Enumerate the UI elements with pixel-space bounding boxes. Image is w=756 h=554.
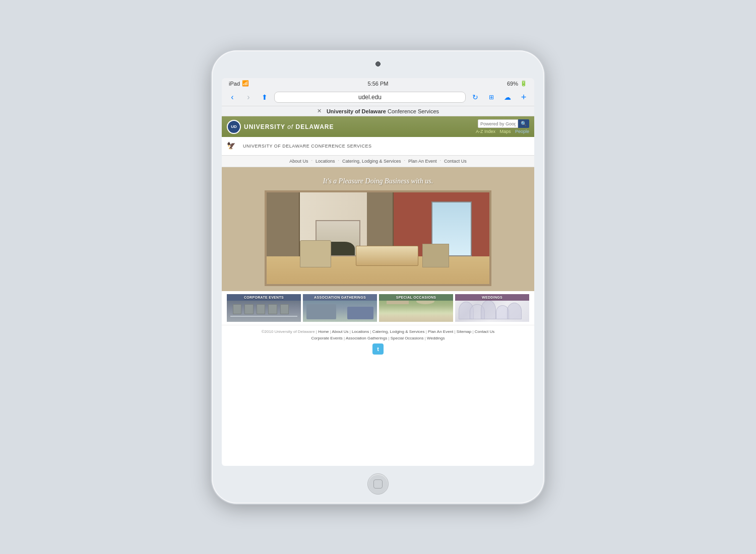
ud-header: UD UNIVERSITY of DELAWARE 🔍 A-Z Index Ma… [222, 116, 534, 137]
nav-plan-event[interactable]: Plan An Event [405, 158, 440, 165]
association-label: ASSOCIATION GATHERINGS [303, 294, 377, 301]
cloud-button[interactable]: ☁ [501, 91, 514, 104]
new-tab-button[interactable]: + [517, 91, 530, 104]
nav-contact[interactable]: Contact Us [441, 158, 470, 165]
footer-catering[interactable]: Catering, Lodging & Services [372, 329, 425, 334]
footer-weddings[interactable]: Weddings [427, 336, 445, 340]
footer-sitemap[interactable]: Sitemap [457, 329, 471, 334]
search-input[interactable] [478, 119, 518, 128]
back-button[interactable]: ‹ [226, 91, 239, 104]
url-bar[interactable]: udel.edu [274, 92, 466, 103]
weddings-tile[interactable]: WEDDINGS [455, 294, 529, 322]
ud-search-area: 🔍 A-Z Index Maps People [473, 119, 529, 134]
browser-nav-bar: ‹ › ⬆ udel.edu ↻ ⊞ ☁ + [222, 89, 534, 106]
site-footer: ©2010 University of Delaware | Home | Ab… [222, 325, 534, 359]
category-grid: CORPORATE EVENTS ASSOCIATION GATHERINGS [222, 291, 534, 325]
home-button[interactable] [367, 473, 389, 495]
hero-tagline: It's a Pleasure Doing Business with us. [227, 177, 529, 185]
wifi-icon: 📶 [242, 80, 249, 87]
reader-button[interactable]: ⊞ [485, 91, 498, 104]
footer-home[interactable]: Home [318, 329, 329, 334]
ud-header-links: A-Z Index Maps People [473, 129, 529, 134]
browser-chrome: iPad 📶 5:56 PM 69% 🔋 ‹ › ⬆ udel.edu ↻ ⊞ … [222, 78, 534, 116]
camera-dot [375, 61, 381, 66]
corporate-events-tile[interactable]: CORPORATE EVENTS [227, 294, 301, 322]
nav-catering[interactable]: Catering, Lodging & Services [339, 158, 404, 165]
search-button[interactable]: 🔍 [518, 119, 529, 128]
ud-logo: UD UNIVERSITY of DELAWARE [227, 120, 334, 134]
footer-sub-links: Corporate Events | Association Gathering… [227, 336, 529, 340]
hero-section: It's a Pleasure Doing Business with us. [222, 167, 534, 291]
reload-button[interactable]: ↻ [469, 91, 482, 104]
share-button[interactable]: ⬆ [258, 91, 271, 104]
url-text: udel.edu [358, 94, 382, 101]
page-title-bar: ✕ University of Delaware Conference Serv… [222, 106, 534, 116]
device-label: iPad [229, 81, 240, 87]
copyright: ©2010 University of Delaware [262, 329, 315, 334]
page-title: University of Delaware Conference Servic… [327, 108, 439, 114]
site-logo-icon [227, 141, 239, 151]
cancel-button[interactable]: ✕ [317, 108, 322, 114]
battery-icon: 🔋 [520, 80, 527, 87]
twitter-button[interactable]: t [372, 343, 384, 355]
footer-association[interactable]: Association Gatherings [346, 336, 387, 340]
footer-locations[interactable]: Locations [352, 329, 369, 334]
ud-seal: UD [227, 120, 241, 134]
site-name: University of Delaware Conference Servic… [243, 144, 372, 149]
site-header: University of Delaware Conference Servic… [222, 137, 534, 156]
status-time: 5:56 PM [368, 81, 389, 87]
footer-special[interactable]: Special Occasions [391, 336, 424, 340]
footer-plan[interactable]: Plan An Event [428, 329, 453, 334]
footer-about[interactable]: About Us [332, 329, 349, 334]
special-occasions-tile[interactable]: SPECIAL OCCASIONS [379, 294, 453, 322]
special-label: SPECIAL OCCASIONS [379, 294, 453, 301]
association-gatherings-tile[interactable]: ASSOCIATION GATHERINGS [303, 294, 377, 322]
hero-image [265, 190, 491, 286]
forward-button[interactable]: › [242, 91, 255, 104]
maps-link[interactable]: Maps [499, 129, 511, 134]
site-navigation: About Us · Locations · Catering, Lodging… [222, 156, 534, 167]
people-link[interactable]: People [515, 129, 529, 134]
weddings-label: WEDDINGS [455, 294, 529, 301]
corporate-label: CORPORATE EVENTS [227, 294, 301, 301]
footer-contact[interactable]: Contact Us [475, 329, 495, 334]
ipad-device: iPad 📶 5:56 PM 69% 🔋 ‹ › ⬆ udel.edu ↻ ⊞ … [212, 50, 544, 504]
status-bar: iPad 📶 5:56 PM 69% 🔋 [222, 78, 534, 89]
nav-about[interactable]: About Us [286, 158, 311, 165]
battery-indicator: 69% [507, 81, 518, 87]
footer-main-links: ©2010 University of Delaware | Home | Ab… [227, 329, 529, 334]
az-index-link[interactable]: A-Z Index [476, 129, 495, 134]
ud-title: UNIVERSITY of DELAWARE [244, 123, 334, 130]
nav-locations[interactable]: Locations [312, 158, 338, 165]
webpage-content: UD UNIVERSITY of DELAWARE 🔍 A-Z Index Ma… [222, 116, 534, 466]
footer-corporate[interactable]: Corporate Events [311, 336, 343, 340]
